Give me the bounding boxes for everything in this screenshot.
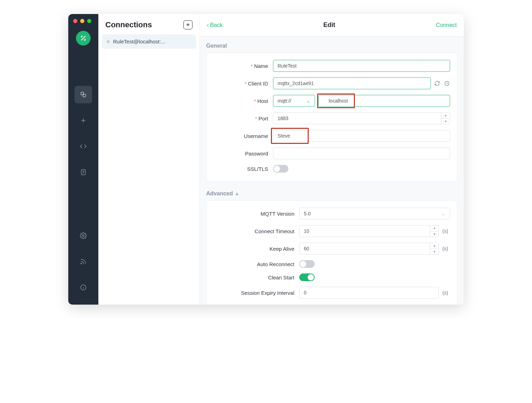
page-title: Edit — [323, 21, 335, 29]
status-dot-icon — [107, 40, 110, 43]
app-window: Connections + RuleTest@localhost:... ‹ B… — [68, 14, 464, 305]
sidebar-title: Connections — [105, 20, 152, 29]
log-icon[interactable] — [75, 164, 92, 181]
keepalive-spinner[interactable]: ▲▼ — [430, 243, 439, 255]
mqtt-version-label: MQTT Version — [261, 211, 294, 217]
clean-start-label: Clean Start — [268, 275, 294, 280]
clock-icon[interactable] — [444, 80, 450, 87]
host-scheme-select[interactable]: mqtt:// ⌄ — [273, 95, 315, 107]
connect-timeout-label: Connect Timeout — [255, 228, 294, 234]
port-spinner[interactable]: ▲▼ — [441, 112, 450, 124]
chevron-down-icon: ⌄ — [306, 98, 310, 104]
clientid-label: Client ID — [248, 81, 268, 86]
name-input[interactable] — [273, 60, 450, 72]
port-input[interactable] — [273, 112, 450, 124]
password-label: Password — [245, 151, 268, 157]
connections-sidebar: Connections + RuleTest@localhost:... — [98, 14, 200, 305]
refresh-icon[interactable] — [434, 80, 441, 87]
chevron-up-icon[interactable]: ▲ — [430, 225, 439, 231]
caret-up-icon: ▲ — [235, 192, 239, 196]
name-label: Name — [254, 63, 268, 69]
chevron-up-icon[interactable]: ▲ — [430, 243, 439, 249]
host-input[interactable] — [318, 95, 450, 107]
svg-point-3 — [83, 235, 84, 237]
connections-icon[interactable] — [75, 86, 92, 103]
chevron-up-icon[interactable]: ▲ — [441, 112, 450, 119]
app-logo — [76, 31, 91, 46]
window-maximize[interactable] — [87, 19, 91, 23]
clientid-input[interactable] — [273, 77, 431, 89]
advanced-card: MQTT Version 5.0 ⌄ Connect Timeout ▲▼ — [206, 200, 457, 305]
username-input[interactable] — [273, 130, 450, 142]
timeout-spinner[interactable]: ▲▼ — [430, 225, 439, 237]
host-label: Host — [257, 98, 268, 104]
nav-rail — [68, 14, 98, 305]
chevron-down-icon[interactable]: ▼ — [430, 249, 439, 255]
connection-item[interactable]: RuleTest@localhost:... — [102, 34, 196, 49]
auto-reconnect-toggle[interactable] — [299, 260, 315, 268]
auto-reconnect-label: Auto Reconnect — [257, 261, 294, 267]
back-button[interactable]: ‹ Back — [207, 22, 223, 28]
clean-start-toggle[interactable] — [299, 273, 315, 281]
username-label: Username — [244, 133, 268, 139]
general-card: *Name *Client ID — [206, 53, 457, 181]
session-expiry-input[interactable] — [299, 287, 439, 299]
keepalive-input[interactable] — [299, 243, 439, 255]
script-icon[interactable] — [75, 138, 92, 155]
connect-timeout-input[interactable] — [299, 225, 439, 237]
topbar: ‹ Back Edit Connect — [200, 14, 464, 36]
chevron-down-icon[interactable]: ▼ — [430, 231, 439, 237]
ssl-toggle[interactable] — [273, 165, 288, 173]
section-general-label: General — [206, 43, 457, 49]
seconds-unit: (s) — [442, 290, 450, 296]
new-icon[interactable] — [75, 112, 92, 129]
chevron-down-icon[interactable]: ▼ — [441, 119, 450, 125]
window-close[interactable] — [73, 19, 77, 23]
section-advanced-label[interactable]: Advanced ▲ — [206, 190, 457, 197]
connection-item-label: RuleTest@localhost:... — [113, 39, 165, 44]
keepalive-label: Keep Alive — [270, 246, 294, 252]
settings-icon[interactable] — [75, 227, 92, 244]
svg-point-4 — [81, 263, 82, 264]
window-minimize[interactable] — [80, 19, 84, 23]
feed-icon[interactable] — [75, 253, 92, 270]
session-expiry-label: Session Expiry Interval — [241, 290, 294, 296]
seconds-unit: (s) — [442, 246, 450, 251]
ssl-label: SSL/TLS — [247, 166, 268, 172]
main-editor: ‹ Back Edit Connect General *Name *Clien… — [200, 14, 464, 305]
mqtt-version-select[interactable]: 5.0 ⌄ — [299, 208, 450, 220]
seconds-unit: (s) — [442, 228, 450, 234]
chevron-left-icon: ‹ — [207, 22, 209, 28]
traffic-lights — [73, 19, 91, 23]
connect-button[interactable]: Connect — [436, 22, 457, 28]
add-connection-button[interactable]: + — [183, 20, 192, 29]
port-label: Port — [258, 116, 268, 121]
password-input[interactable] — [273, 147, 450, 159]
info-icon[interactable] — [75, 279, 92, 296]
chevron-down-icon: ⌄ — [441, 211, 446, 216]
